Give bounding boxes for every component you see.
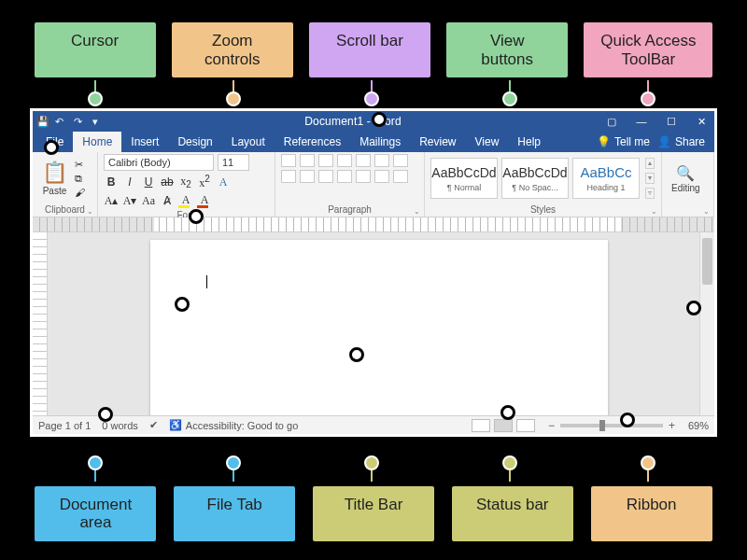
shrink-font-button[interactable]: A▾ [122,194,137,208]
quick-access-toolbar: 💾 ↶ ↷ ▾ [36,116,104,127]
tab-help[interactable]: Help [508,132,550,152]
highlight-button[interactable]: A [178,193,193,208]
search-icon: 🔍 [676,164,695,182]
view-print-layout[interactable] [494,419,513,432]
style-normal[interactable]: AaBbCcDd ¶ Normal [430,158,498,199]
bold-button[interactable]: B [104,175,119,189]
align-right-button[interactable] [318,170,333,183]
share-icon: 👤 [657,135,671,148]
view-web-layout[interactable] [516,419,535,432]
document-area[interactable] [48,232,699,415]
ribbon-display-icon[interactable]: ▢ [602,117,621,126]
grow-font-button[interactable]: A▴ [104,194,119,208]
show-marks-button[interactable] [393,154,408,167]
annotation-marker [686,301,701,315]
customize-qat-icon[interactable]: ▾ [92,116,104,127]
sort-button[interactable] [374,154,389,167]
maximize-button[interactable]: ☐ [662,117,681,126]
copy-icon[interactable]: ⧉ [75,173,85,185]
annotation-marker [175,297,190,312]
clear-formatting-button[interactable]: A̷ [160,194,175,208]
callout-file-tab: File Tab [174,486,295,541]
group-label: Clipboard [33,204,97,217]
ribbon: 📋 Paste ✂ ⧉ 🖌 Clipboard Calibri (Body) 1… [33,152,714,217]
scrollbar-thumb[interactable] [702,238,712,285]
tab-home[interactable]: Home [73,132,121,152]
zoom-level[interactable]: 69% [688,420,709,431]
justify-button[interactable] [337,170,352,183]
text-effects-button[interactable]: A [216,175,231,189]
group-font: Calibri (Body) 11 B I U ab x2 x2 A A▴ A▾… [98,152,275,217]
tab-layout[interactable]: Layout [222,132,275,152]
tab-design[interactable]: Design [168,132,221,152]
change-case-button[interactable]: Aa [141,194,156,208]
bullets-button[interactable] [281,154,296,167]
styles-scroll[interactable]: ▴▾▿ [643,158,655,199]
view-buttons [472,419,535,432]
annotation-marker [98,407,113,422]
format-painter-icon[interactable]: 🖌 [75,187,85,198]
accessibility-icon: ♿ [169,419,182,431]
callout-cursor: Cursor [35,22,156,77]
numbering-button[interactable] [300,154,315,167]
increase-indent-button[interactable] [356,154,371,167]
group-styles: AaBbCcDd ¶ Normal AaBbCcDd ¶ No Spac... … [425,152,662,217]
shading-button[interactable] [374,170,389,183]
tab-review[interactable]: Review [410,132,465,152]
multilevel-button[interactable] [318,154,333,167]
status-bar: Page 1 of 1 0 words ✔ ♿ Accessibility: G… [33,415,714,434]
view-read-mode[interactable] [472,419,490,432]
horizontal-ruler[interactable] [33,217,714,232]
align-left-button[interactable] [281,170,296,183]
font-name-select[interactable]: Calibri (Body) [104,154,214,171]
tab-references[interactable]: References [275,132,350,152]
status-spellcheck-icon[interactable]: ✔ [149,419,158,431]
style-heading-1[interactable]: AaBbCc Heading 1 [572,158,640,199]
minimize-button[interactable]: — [632,117,651,126]
redo-icon[interactable]: ↷ [74,116,85,127]
align-center-button[interactable] [300,170,315,183]
editing-button[interactable]: 🔍 Editing [668,164,704,193]
callout-status-bar: Status bar [452,486,573,541]
subscript-button[interactable]: x2 [178,175,193,189]
zoom-controls: − + [546,419,677,432]
tab-insert[interactable]: Insert [121,132,168,152]
annotation-marker [189,209,204,224]
paste-button[interactable]: 📋 Paste [38,161,71,196]
font-color-button[interactable]: A [197,193,212,208]
vertical-scrollbar[interactable] [699,232,714,415]
tab-view[interactable]: View [466,132,509,152]
superscript-button[interactable]: x2 [197,174,212,190]
tab-mailings[interactable]: Mailings [350,132,410,152]
strikethrough-button[interactable]: ab [160,175,175,189]
callout-ribbon: Ribbon [591,486,712,541]
save-icon[interactable]: 💾 [36,116,48,127]
line-spacing-button[interactable] [356,170,371,183]
undo-icon[interactable]: ↶ [55,116,66,127]
status-accessibility[interactable]: ♿ Accessibility: Good to go [169,419,298,431]
document-title: Document1 - Word [104,115,602,128]
tell-me[interactable]: 💡 Tell me [597,135,650,148]
group-label [662,204,713,217]
font-size-select[interactable]: 11 [218,154,249,171]
callout-title-bar: Title Bar [313,486,434,541]
clipboard-icon: 📋 [42,161,67,185]
zoom-slider[interactable] [560,424,663,427]
close-button[interactable]: ✕ [692,117,711,126]
cut-icon[interactable]: ✂ [75,159,85,171]
zoom-out-button[interactable]: − [546,419,557,432]
decrease-indent-button[interactable] [337,154,352,167]
share-button[interactable]: 👤 Share [657,135,705,148]
underline-button[interactable]: U [141,175,156,189]
status-page[interactable]: Page 1 of 1 [38,420,91,431]
borders-button[interactable] [393,170,408,183]
zoom-in-button[interactable]: + [667,419,677,432]
italic-button[interactable]: I [122,175,137,189]
callout-zoom-controls: Zoom controls [172,22,293,77]
page[interactable] [150,240,608,415]
text-cursor [206,275,207,288]
lightbulb-icon: 💡 [597,135,611,148]
vertical-ruler[interactable] [33,232,48,415]
style-no-spacing[interactable]: AaBbCcDd ¶ No Spac... [501,158,569,199]
callout-quick-access: Quick Access ToolBar [584,22,712,77]
